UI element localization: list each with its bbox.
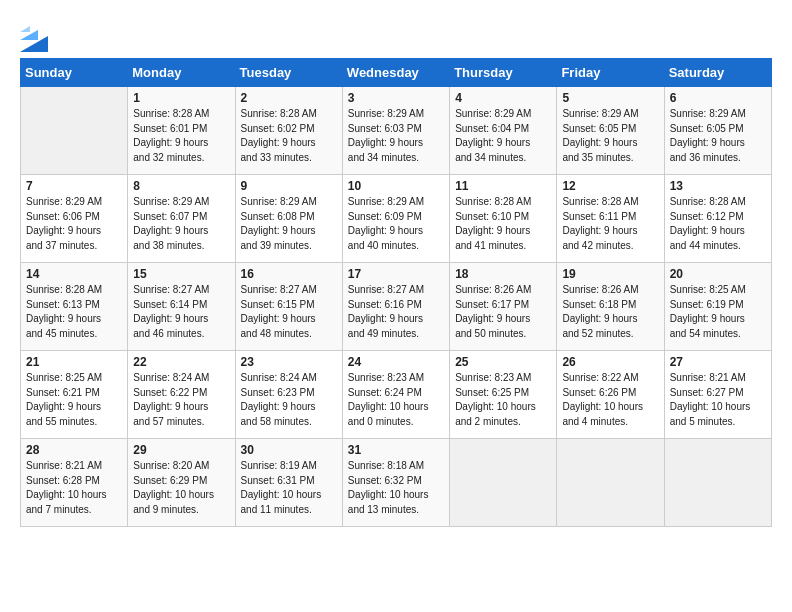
day-cell: 3Sunrise: 8:29 AMSunset: 6:03 PMDaylight… [342, 87, 449, 175]
day-info: Sunrise: 8:20 AMSunset: 6:29 PMDaylight:… [133, 459, 229, 517]
day-cell: 26Sunrise: 8:22 AMSunset: 6:26 PMDayligh… [557, 351, 664, 439]
day-cell: 10Sunrise: 8:29 AMSunset: 6:09 PMDayligh… [342, 175, 449, 263]
day-info: Sunrise: 8:26 AMSunset: 6:18 PMDaylight:… [562, 283, 658, 341]
svg-marker-2 [20, 26, 30, 32]
header-cell-saturday: Saturday [664, 59, 771, 87]
day-info: Sunrise: 8:28 AMSunset: 6:11 PMDaylight:… [562, 195, 658, 253]
header-cell-wednesday: Wednesday [342, 59, 449, 87]
day-cell: 19Sunrise: 8:26 AMSunset: 6:18 PMDayligh… [557, 263, 664, 351]
day-number: 16 [241, 267, 337, 281]
day-cell: 28Sunrise: 8:21 AMSunset: 6:28 PMDayligh… [21, 439, 128, 527]
day-number: 19 [562, 267, 658, 281]
day-number: 13 [670, 179, 766, 193]
day-cell: 21Sunrise: 8:25 AMSunset: 6:21 PMDayligh… [21, 351, 128, 439]
day-info: Sunrise: 8:24 AMSunset: 6:22 PMDaylight:… [133, 371, 229, 429]
day-number: 29 [133, 443, 229, 457]
day-cell: 20Sunrise: 8:25 AMSunset: 6:19 PMDayligh… [664, 263, 771, 351]
day-info: Sunrise: 8:27 AMSunset: 6:15 PMDaylight:… [241, 283, 337, 341]
day-cell: 6Sunrise: 8:29 AMSunset: 6:05 PMDaylight… [664, 87, 771, 175]
day-info: Sunrise: 8:28 AMSunset: 6:10 PMDaylight:… [455, 195, 551, 253]
day-info: Sunrise: 8:19 AMSunset: 6:31 PMDaylight:… [241, 459, 337, 517]
day-cell: 9Sunrise: 8:29 AMSunset: 6:08 PMDaylight… [235, 175, 342, 263]
day-cell: 2Sunrise: 8:28 AMSunset: 6:02 PMDaylight… [235, 87, 342, 175]
logo [20, 20, 52, 52]
day-number: 2 [241, 91, 337, 105]
day-number: 11 [455, 179, 551, 193]
day-info: Sunrise: 8:25 AMSunset: 6:21 PMDaylight:… [26, 371, 122, 429]
day-cell: 11Sunrise: 8:28 AMSunset: 6:10 PMDayligh… [450, 175, 557, 263]
day-info: Sunrise: 8:29 AMSunset: 6:03 PMDaylight:… [348, 107, 444, 165]
day-cell: 4Sunrise: 8:29 AMSunset: 6:04 PMDaylight… [450, 87, 557, 175]
day-info: Sunrise: 8:28 AMSunset: 6:12 PMDaylight:… [670, 195, 766, 253]
day-info: Sunrise: 8:29 AMSunset: 6:09 PMDaylight:… [348, 195, 444, 253]
day-number: 25 [455, 355, 551, 369]
day-number: 27 [670, 355, 766, 369]
day-cell: 27Sunrise: 8:21 AMSunset: 6:27 PMDayligh… [664, 351, 771, 439]
day-info: Sunrise: 8:29 AMSunset: 6:05 PMDaylight:… [562, 107, 658, 165]
calendar-table: SundayMondayTuesdayWednesdayThursdayFrid… [20, 58, 772, 527]
day-info: Sunrise: 8:29 AMSunset: 6:08 PMDaylight:… [241, 195, 337, 253]
day-number: 6 [670, 91, 766, 105]
day-number: 8 [133, 179, 229, 193]
day-cell [450, 439, 557, 527]
day-cell: 1Sunrise: 8:28 AMSunset: 6:01 PMDaylight… [128, 87, 235, 175]
day-number: 3 [348, 91, 444, 105]
day-info: Sunrise: 8:27 AMSunset: 6:16 PMDaylight:… [348, 283, 444, 341]
day-cell: 5Sunrise: 8:29 AMSunset: 6:05 PMDaylight… [557, 87, 664, 175]
day-info: Sunrise: 8:29 AMSunset: 6:07 PMDaylight:… [133, 195, 229, 253]
day-cell: 16Sunrise: 8:27 AMSunset: 6:15 PMDayligh… [235, 263, 342, 351]
header-row: SundayMondayTuesdayWednesdayThursdayFrid… [21, 59, 772, 87]
day-cell: 25Sunrise: 8:23 AMSunset: 6:25 PMDayligh… [450, 351, 557, 439]
day-cell: 23Sunrise: 8:24 AMSunset: 6:23 PMDayligh… [235, 351, 342, 439]
day-number: 4 [455, 91, 551, 105]
day-info: Sunrise: 8:26 AMSunset: 6:17 PMDaylight:… [455, 283, 551, 341]
day-cell: 15Sunrise: 8:27 AMSunset: 6:14 PMDayligh… [128, 263, 235, 351]
day-number: 1 [133, 91, 229, 105]
day-cell [664, 439, 771, 527]
day-info: Sunrise: 8:23 AMSunset: 6:24 PMDaylight:… [348, 371, 444, 429]
day-info: Sunrise: 8:21 AMSunset: 6:28 PMDaylight:… [26, 459, 122, 517]
day-cell: 31Sunrise: 8:18 AMSunset: 6:32 PMDayligh… [342, 439, 449, 527]
week-row-5: 28Sunrise: 8:21 AMSunset: 6:28 PMDayligh… [21, 439, 772, 527]
day-cell: 18Sunrise: 8:26 AMSunset: 6:17 PMDayligh… [450, 263, 557, 351]
day-cell [21, 87, 128, 175]
day-number: 24 [348, 355, 444, 369]
header-cell-friday: Friday [557, 59, 664, 87]
day-number: 30 [241, 443, 337, 457]
week-row-4: 21Sunrise: 8:25 AMSunset: 6:21 PMDayligh… [21, 351, 772, 439]
week-row-1: 1Sunrise: 8:28 AMSunset: 6:01 PMDaylight… [21, 87, 772, 175]
day-info: Sunrise: 8:21 AMSunset: 6:27 PMDaylight:… [670, 371, 766, 429]
day-cell: 7Sunrise: 8:29 AMSunset: 6:06 PMDaylight… [21, 175, 128, 263]
day-info: Sunrise: 8:27 AMSunset: 6:14 PMDaylight:… [133, 283, 229, 341]
day-number: 5 [562, 91, 658, 105]
day-info: Sunrise: 8:23 AMSunset: 6:25 PMDaylight:… [455, 371, 551, 429]
day-number: 31 [348, 443, 444, 457]
day-number: 28 [26, 443, 122, 457]
day-number: 22 [133, 355, 229, 369]
logo-icon [20, 20, 48, 52]
header-cell-sunday: Sunday [21, 59, 128, 87]
day-number: 14 [26, 267, 122, 281]
day-info: Sunrise: 8:25 AMSunset: 6:19 PMDaylight:… [670, 283, 766, 341]
day-cell: 12Sunrise: 8:28 AMSunset: 6:11 PMDayligh… [557, 175, 664, 263]
week-row-3: 14Sunrise: 8:28 AMSunset: 6:13 PMDayligh… [21, 263, 772, 351]
day-info: Sunrise: 8:28 AMSunset: 6:01 PMDaylight:… [133, 107, 229, 165]
day-cell: 17Sunrise: 8:27 AMSunset: 6:16 PMDayligh… [342, 263, 449, 351]
header-cell-monday: Monday [128, 59, 235, 87]
header [20, 16, 772, 52]
day-cell: 30Sunrise: 8:19 AMSunset: 6:31 PMDayligh… [235, 439, 342, 527]
day-info: Sunrise: 8:28 AMSunset: 6:13 PMDaylight:… [26, 283, 122, 341]
day-info: Sunrise: 8:22 AMSunset: 6:26 PMDaylight:… [562, 371, 658, 429]
day-number: 21 [26, 355, 122, 369]
day-cell: 8Sunrise: 8:29 AMSunset: 6:07 PMDaylight… [128, 175, 235, 263]
day-number: 20 [670, 267, 766, 281]
day-info: Sunrise: 8:18 AMSunset: 6:32 PMDaylight:… [348, 459, 444, 517]
day-cell: 14Sunrise: 8:28 AMSunset: 6:13 PMDayligh… [21, 263, 128, 351]
day-cell: 13Sunrise: 8:28 AMSunset: 6:12 PMDayligh… [664, 175, 771, 263]
day-number: 9 [241, 179, 337, 193]
day-cell [557, 439, 664, 527]
day-number: 10 [348, 179, 444, 193]
day-number: 17 [348, 267, 444, 281]
header-cell-thursday: Thursday [450, 59, 557, 87]
week-row-2: 7Sunrise: 8:29 AMSunset: 6:06 PMDaylight… [21, 175, 772, 263]
